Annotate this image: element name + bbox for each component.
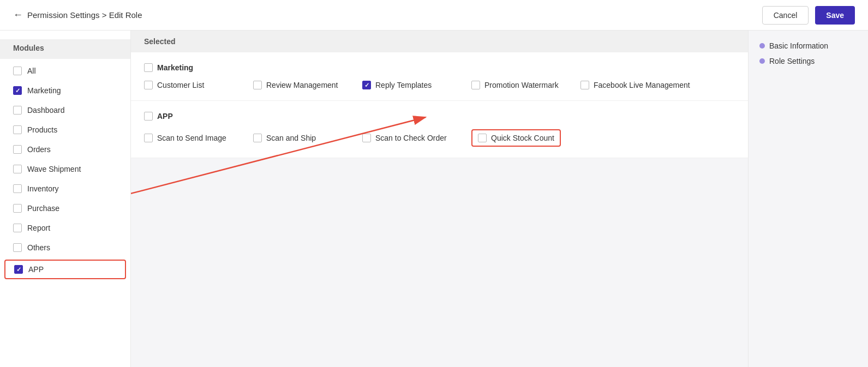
dot-role-settings: [759, 58, 765, 64]
content-panel: Marketing Customer List Review Managemen…: [131, 52, 748, 158]
sidebar-checkbox-purchase[interactable]: [13, 204, 22, 213]
cancel-button[interactable]: Cancel: [762, 6, 809, 25]
perm-checkbox-facebook-live[interactable]: [580, 81, 589, 89]
sidebar-label-products: Products: [27, 125, 57, 134]
perm-label-scan-ship: Scan and Ship: [266, 134, 316, 142]
selected-header: Selected: [131, 31, 748, 52]
sidebar-item-report[interactable]: Report: [0, 218, 130, 238]
sidebar-item-app[interactable]: APP: [4, 260, 126, 279]
app-section-checkbox[interactable]: [144, 112, 153, 121]
sidebar-item-marketing[interactable]: Marketing: [0, 81, 130, 100]
perm-label-quick-stock-count: Quick Stock Count: [491, 134, 554, 142]
marketing-section-checkbox[interactable]: [144, 63, 153, 72]
marketing-section-label: Marketing: [157, 63, 193, 72]
top-bar: ← Permission Settings > Edit Role Cancel…: [0, 0, 868, 31]
sidebar: Modules All Marketing Dashboard Products…: [0, 31, 131, 367]
perm-checkbox-quick-stock-count[interactable]: [478, 134, 487, 142]
perm-review-management: Review Management: [253, 81, 340, 89]
app-section: APP Scan to Send Image Scan and Ship: [131, 101, 748, 158]
top-bar-actions: Cancel Save: [762, 6, 855, 25]
breadcrumb-text: Permission Settings > Edit Role: [27, 10, 142, 20]
sidebar-checkbox-products[interactable]: [13, 125, 22, 134]
perm-reply-templates: Reply Templates: [362, 81, 450, 89]
sidebar-checkbox-report[interactable]: [13, 224, 22, 232]
sidebar-checkbox-marketing[interactable]: [13, 86, 22, 95]
save-button[interactable]: Save: [815, 6, 855, 25]
perm-quick-stock-count: Quick Stock Count: [471, 129, 561, 147]
breadcrumb: ← Permission Settings > Edit Role: [13, 9, 142, 21]
sidebar-label-orders: Orders: [27, 145, 51, 154]
perm-customer-list: Customer List: [144, 81, 231, 89]
right-sidebar-label-basic-info: Basic Information: [769, 41, 828, 50]
right-sidebar-label-role-settings: Role Settings: [769, 57, 815, 65]
sidebar-checkbox-app[interactable]: [14, 265, 23, 274]
perm-scan-ship: Scan and Ship: [253, 129, 340, 147]
app-permissions-grid: Scan to Send Image Scan and Ship Scan to…: [144, 129, 735, 147]
sidebar-item-others[interactable]: Others: [0, 238, 130, 257]
app-section-label: APP: [157, 112, 173, 121]
perm-checkbox-scan-send-image[interactable]: [144, 134, 153, 142]
marketing-section: Marketing Customer List Review Managemen…: [131, 52, 748, 101]
sidebar-label-all: All: [27, 67, 36, 75]
sidebar-item-purchase[interactable]: Purchase: [0, 198, 130, 218]
sidebar-item-all[interactable]: All: [0, 61, 130, 81]
sidebar-label-dashboard: Dashboard: [27, 106, 65, 115]
perm-scan-check-order: Scan to Check Order: [362, 129, 450, 147]
perm-label-facebook-live: Facebook Live Management: [594, 81, 690, 89]
sidebar-item-dashboard[interactable]: Dashboard: [0, 100, 130, 120]
perm-checkbox-scan-check-order[interactable]: [362, 134, 371, 142]
sidebar-item-inventory[interactable]: Inventory: [0, 179, 130, 198]
sidebar-checkbox-dashboard[interactable]: [13, 106, 22, 115]
right-sidebar: Basic Information Role Settings: [748, 31, 868, 367]
perm-facebook-live: Facebook Live Management: [580, 81, 690, 89]
perm-checkbox-scan-ship[interactable]: [253, 134, 262, 142]
perm-checkbox-customer-list[interactable]: [144, 81, 153, 89]
sidebar-label-marketing: Marketing: [27, 86, 61, 95]
perm-label-customer-list: Customer List: [157, 81, 204, 89]
sidebar-checkbox-orders[interactable]: [13, 145, 22, 154]
perm-checkbox-reply-templates[interactable]: [362, 81, 371, 89]
marketing-section-title: Marketing: [144, 63, 735, 72]
back-arrow-icon[interactable]: ←: [13, 9, 23, 21]
sidebar-label-others: Others: [27, 243, 50, 252]
sidebar-item-wave-shipment[interactable]: Wave Shipment: [0, 159, 130, 179]
marketing-permissions-grid: Customer List Review Management Reply Te…: [144, 81, 735, 89]
perm-label-promotion-watermark: Promotion Watermark: [484, 81, 559, 89]
sidebar-item-orders[interactable]: Orders: [0, 140, 130, 159]
content-area: Selected Marketing Customer List: [131, 31, 748, 367]
right-sidebar-item-role-settings[interactable]: Role Settings: [759, 57, 857, 65]
perm-promotion-watermark: Promotion Watermark: [471, 81, 559, 89]
sidebar-header: Modules: [0, 39, 130, 59]
sidebar-label-app: APP: [28, 265, 44, 274]
sidebar-item-products[interactable]: Products: [0, 120, 130, 140]
sidebar-label-report: Report: [27, 224, 50, 232]
app-section-title: APP: [144, 112, 735, 121]
perm-label-reply-templates: Reply Templates: [375, 81, 432, 89]
sidebar-checkbox-others[interactable]: [13, 243, 22, 252]
sidebar-checkbox-inventory[interactable]: [13, 184, 22, 193]
perm-scan-send-image: Scan to Send Image: [144, 129, 231, 147]
perm-checkbox-promotion-watermark[interactable]: [471, 81, 480, 89]
dot-basic-info: [759, 43, 765, 49]
perm-label-scan-check-order: Scan to Check Order: [375, 134, 447, 142]
perm-label-review-management: Review Management: [266, 81, 338, 89]
perm-checkbox-review-management[interactable]: [253, 81, 262, 89]
perm-label-scan-send-image: Scan to Send Image: [157, 134, 226, 142]
right-sidebar-item-basic-info[interactable]: Basic Information: [759, 41, 857, 50]
sidebar-label-wave-shipment: Wave Shipment: [27, 165, 81, 173]
sidebar-checkbox-all[interactable]: [13, 67, 22, 75]
sidebar-checkbox-wave-shipment[interactable]: [13, 165, 22, 173]
main-layout: Modules All Marketing Dashboard Products…: [0, 31, 868, 367]
sidebar-label-purchase: Purchase: [27, 204, 59, 213]
sidebar-label-inventory: Inventory: [27, 184, 59, 193]
